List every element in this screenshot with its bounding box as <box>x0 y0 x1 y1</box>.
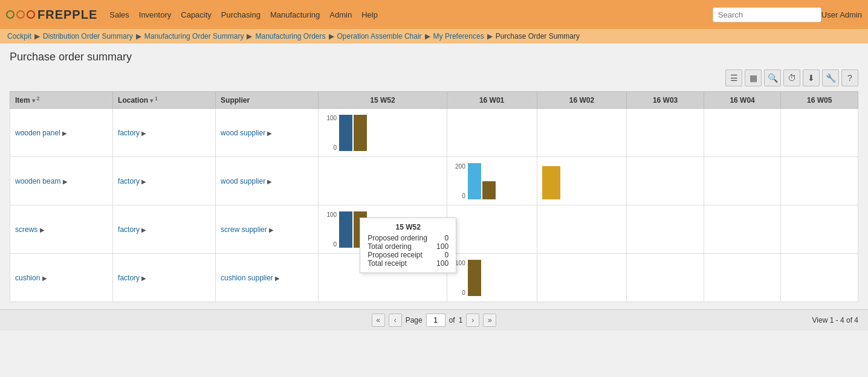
week-empty-r2w03 <box>627 157 704 205</box>
history-button[interactable]: ⏱ <box>783 69 800 86</box>
pagination-bar: « ‹ Page of 1 › » View 1 - 4 of 4 <box>0 309 868 330</box>
tooltip-val-total-receipt: 100 <box>436 259 449 268</box>
week-data-cell-r3w52: 100 0 15 W52 Proposed ordering <box>319 205 447 254</box>
breadcrumb-cockpit[interactable]: Cockpit <box>7 32 31 40</box>
location-sort-icon: ▾ 1 <box>150 97 157 104</box>
week-empty-r3w05 <box>781 205 858 254</box>
breadcrumb-dist[interactable]: Distribution Order Summary <box>43 32 133 40</box>
next-page-button[interactable]: › <box>466 314 479 327</box>
col-supplier-label: Supplier <box>221 96 250 105</box>
location-link-row3[interactable]: factory <box>118 225 140 234</box>
tooltip-row-proposed-receipt: Proposed receipt 0 <box>368 251 449 259</box>
chart-tooltip: 15 W52 Proposed ordering 0 Total orderin… <box>360 218 456 273</box>
supplier-link-row4[interactable]: cushion supplier <box>221 274 273 282</box>
location-cell-r3: factory ▶ <box>113 205 216 254</box>
tooltip-label-total-receipt: Total receipt <box>368 259 407 268</box>
item-arrow-icon-r3: ▶ <box>40 227 45 233</box>
download-button[interactable]: ⬇ <box>803 69 820 86</box>
col-header-location[interactable]: Location ▾ 1 <box>113 92 216 109</box>
y-min-r3: 0 <box>323 241 337 248</box>
tooltip-row-proposed-ordering: Proposed ordering 0 <box>368 234 449 242</box>
settings-button[interactable]: 🔧 <box>822 69 839 86</box>
y-min-r4: 0 <box>452 289 465 296</box>
y-min-r1: 0 <box>323 144 337 151</box>
item-cell-r2: wooden beam ▶ <box>10 157 113 205</box>
nav-help[interactable]: Help <box>361 10 378 19</box>
week-empty-r1w01 <box>447 109 537 157</box>
location-arrow-r2: ▶ <box>141 178 146 185</box>
table-view-button[interactable]: ☰ <box>725 69 742 86</box>
breadcrumb-mfg-summary[interactable]: Manufacturing Order Summary <box>144 32 244 40</box>
bar-light-blue-r2 <box>468 163 481 199</box>
item-cell-r3: screws ▶ <box>10 205 113 254</box>
tooltip-label-proposed-receipt: Proposed receipt <box>368 251 423 259</box>
nav-links: Sales Inventory Capacity Purchasing Manu… <box>109 10 713 19</box>
location-cell-r2: factory ▶ <box>113 157 216 205</box>
supplier-link-row3[interactable]: screw supplier <box>221 225 267 234</box>
week-empty-r3w02 <box>537 205 627 254</box>
breadcrumb-preferences[interactable]: My Preferences <box>433 32 484 40</box>
week-data-cell-r2w01: 200 0 <box>447 157 537 205</box>
nav-inventory[interactable]: Inventory <box>139 10 171 19</box>
location-arrow-r4: ▶ <box>141 275 146 282</box>
nav-admin[interactable]: Admin <box>329 10 352 19</box>
col-header-w02: 16 W02 <box>537 92 627 109</box>
col-header-w01: 16 W01 <box>447 92 537 109</box>
item-link-wooden-beam[interactable]: wooden beam <box>15 177 60 185</box>
location-link-row1[interactable]: factory <box>118 129 140 137</box>
breadcrumb-sep-2: ▶ <box>136 32 141 40</box>
location-link-row4[interactable]: factory <box>118 274 140 282</box>
week-empty-r4w05 <box>781 254 858 302</box>
supplier-link-row2[interactable]: wood supplier <box>221 177 265 185</box>
bar-dark-blue-r3 <box>339 211 352 248</box>
supplier-arrow-icon: ▶ <box>267 130 272 137</box>
week-empty-r4w04 <box>704 254 781 302</box>
bar-olive-r1 <box>354 115 367 151</box>
breadcrumb: Cockpit ▶ Distribution Order Summary ▶ M… <box>0 29 868 44</box>
col-location-label: Location <box>118 96 148 105</box>
col-header-w05: 16 W05 <box>781 92 858 109</box>
help-button[interactable]: ? <box>841 69 858 86</box>
nav-purchasing[interactable]: Purchasing <box>221 10 261 19</box>
week-empty-r3w04 <box>704 205 781 254</box>
first-page-button[interactable]: « <box>372 314 385 327</box>
supplier-link-row1[interactable]: wood supplier <box>221 129 265 137</box>
location-arrow-r3: ▶ <box>141 227 146 233</box>
item-cell: wooden panel ▶ <box>10 109 113 157</box>
tooltip-label-proposed-ordering: Proposed ordering <box>368 234 427 242</box>
prev-page-button[interactable]: ‹ <box>389 314 402 327</box>
chart-view-button[interactable]: ▦ <box>745 69 762 86</box>
logo[interactable]: FREPPLE <box>6 8 97 22</box>
breadcrumb-sep-1: ▶ <box>34 32 40 40</box>
item-link-wooden-panel[interactable]: wooden panel <box>15 129 60 137</box>
nav-sales[interactable]: Sales <box>109 10 129 19</box>
tooltip-row-total-receipt: Total receipt 100 <box>368 259 449 268</box>
purchase-order-table: Item ▾ 2 Location ▾ 1 Supplier 15 W52 16… <box>10 91 858 302</box>
location-link-row2[interactable]: factory <box>118 177 140 185</box>
item-link-cushion[interactable]: cushion <box>15 274 40 282</box>
nav-manufacturing[interactable]: Manufacturing <box>270 10 320 19</box>
table-row: screws ▶ factory ▶ screw supplier ▶ <box>10 205 858 254</box>
total-pages: 1 <box>459 316 463 324</box>
search-input[interactable] <box>713 7 821 22</box>
page-title: Purchase order summary <box>10 51 858 63</box>
breadcrumb-operation[interactable]: Operation Assemble Chair <box>337 32 422 40</box>
breadcrumb-mfg-orders[interactable]: Manufacturing Orders <box>255 32 325 40</box>
week-empty-r1w02 <box>537 109 627 157</box>
col-header-supplier[interactable]: Supplier <box>216 92 319 109</box>
nav-capacity[interactable]: Capacity <box>181 10 212 19</box>
item-arrow-icon: ▶ <box>62 130 67 137</box>
item-arrow-icon-r4: ▶ <box>42 275 47 282</box>
search-filter-button[interactable]: 🔍 <box>764 69 781 86</box>
col-header-item[interactable]: Item ▾ 2 <box>10 92 113 109</box>
item-link-screws[interactable]: screws <box>15 225 37 234</box>
col-header-w52: 15 W52 <box>319 92 447 109</box>
week-empty-r1w05 <box>781 109 858 157</box>
bar-yellow-r2 <box>542 166 560 199</box>
page-number-input[interactable] <box>426 314 445 327</box>
last-page-button[interactable]: » <box>483 314 496 327</box>
bar-olive-r4 <box>468 260 481 296</box>
supplier-cell: wood supplier ▶ <box>216 109 319 157</box>
logo-circle-green <box>6 10 15 19</box>
tooltip-label-total-ordering: Total ordering <box>368 242 412 251</box>
